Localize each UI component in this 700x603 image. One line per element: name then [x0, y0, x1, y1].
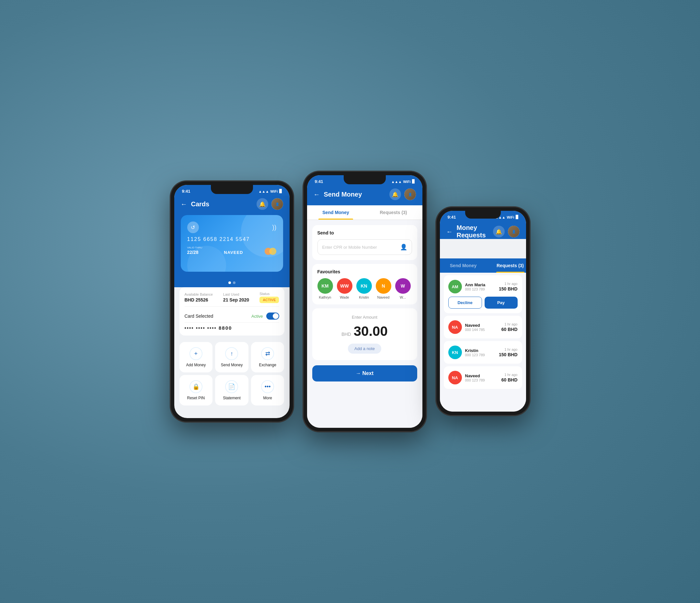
pay-button[interactable]: Pay — [484, 297, 518, 309]
request-time-ann: 1 hr ago — [499, 282, 518, 286]
back-arrow-icon[interactable]: ← — [446, 228, 453, 235]
phone-2-notch — [344, 175, 386, 184]
mastercard-logo — [265, 248, 276, 255]
request-phone-naveed2: 000 123 789 — [465, 378, 498, 382]
last-used-label: Last Used — [223, 293, 249, 296]
add-money-label: Add Money — [186, 363, 206, 367]
phone-3-notch — [465, 211, 501, 219]
card-number: 1125 6658 2214 5547 — [187, 236, 277, 242]
exchange-button[interactable]: ⇄ Exchange — [251, 342, 284, 372]
request-name-naveed1: Naveed — [465, 323, 498, 328]
phone-2: 9:41 ▲▲▲ WiFi ▉ ← Send Money 🔔 👤 — [303, 171, 426, 432]
header-icons: 🔔 👤 — [493, 226, 520, 237]
card-info-row: Available Balance BHD 25526 Last Used 21… — [185, 292, 279, 303]
add-note-button[interactable]: Add a note — [348, 344, 381, 354]
bell-icon[interactable]: 🔔 — [389, 189, 401, 200]
amount-value: 30.00 — [354, 324, 388, 339]
request-meta-naveed2: 1 hr ago 60 BHD — [501, 373, 518, 382]
avatar[interactable]: 👤 — [271, 198, 283, 210]
fav-item-kristin[interactable]: KN Kristin — [356, 278, 372, 299]
phone-1-time: 9:41 — [182, 189, 191, 194]
more-button[interactable]: ••• More — [251, 375, 284, 405]
card-selected-right: Active — [251, 312, 279, 320]
request-avatar-kn: KN — [448, 346, 462, 359]
reset-pin-button[interactable]: 🔒 Reset PIN — [179, 375, 213, 405]
request-avatar-na2: NA — [448, 371, 462, 384]
avatar-image: 👤 — [404, 189, 416, 200]
tab-send-money[interactable]: Send Money — [307, 205, 365, 220]
request-meta-ann: 1 hr ago 150 BHD — [499, 282, 518, 292]
phone-1-status-icons: ▲▲▲ WiFi ▉ — [258, 189, 282, 193]
request-info-naveed2: Naveed 000 123 789 — [465, 373, 498, 382]
avatar[interactable]: 👤 — [404, 189, 416, 200]
fav-item-wade[interactable]: WW Wade — [337, 278, 352, 299]
fav-item-kathryn[interactable]: KM Kathryn — [318, 278, 333, 299]
bell-icon[interactable]: 🔔 — [493, 226, 505, 237]
card-toggle[interactable] — [266, 312, 279, 320]
tabs-row: Send Money Requests (3) — [307, 205, 422, 220]
avatar-image: 👤 — [508, 226, 520, 237]
reset-pin-label: Reset PIN — [187, 396, 205, 400]
statement-button[interactable]: 📄 Statement — [215, 375, 248, 405]
request-amount-ann: 150 BHD — [499, 286, 518, 292]
card-expiry: VALID THRU 22/28 — [187, 246, 202, 255]
card-holder-name: NAVEED — [224, 250, 243, 255]
wifi-icon: WiFi — [403, 180, 410, 184]
request-time-naveed1: 1 hr ago — [501, 322, 518, 326]
page-title: Send Money — [324, 191, 385, 198]
send-money-icon: ↑ — [225, 347, 238, 360]
card-info-section: Available Balance BHD 25526 Last Used 21… — [179, 287, 284, 335]
battery-icon: ▉ — [412, 179, 415, 184]
card-masked-number: •••• •••• •••• 8800 — [185, 325, 232, 331]
card-details: VALID THRU 22/28 NAVEED — [187, 246, 277, 255]
add-money-button[interactable]: + Add Money — [179, 342, 213, 372]
send-money-button[interactable]: ↑ Send Money — [215, 342, 248, 372]
send-money-label: Send Money — [221, 363, 243, 367]
requests-content: AM Ann Maria 000 123 789 1 hr ago 150 BH… — [440, 273, 526, 411]
request-time-kristin: 1 hr ago — [499, 348, 518, 351]
fav-name-wade: Wade — [340, 295, 349, 299]
avatar-image: 👤 — [271, 198, 283, 210]
dot-1[interactable] — [228, 281, 231, 284]
phone-1-notch — [211, 185, 253, 194]
dot-2[interactable] — [233, 281, 235, 284]
request-info-kristin: Kristin 000 123 789 — [465, 348, 496, 357]
signal-icon: ▲▲▲ — [391, 180, 402, 184]
back-arrow-icon[interactable]: ← — [181, 200, 187, 208]
balance-block: Available Balance BHD 25526 — [185, 293, 213, 302]
fav-avatar-kn: KN — [356, 278, 372, 294]
back-arrow-icon[interactable]: ← — [314, 191, 320, 198]
bell-icon[interactable]: 🔔 — [256, 198, 268, 210]
fav-item-w[interactable]: W W... — [395, 278, 411, 299]
decline-button[interactable]: Decline — [448, 297, 482, 309]
phone-1-header: ← Cards 🔔 👤 — [174, 196, 290, 215]
phone-3-tabs-row: Send Money Requests (3) — [440, 258, 526, 273]
card-pagination-dots — [174, 278, 290, 287]
recipient-input-field[interactable]: Enter CPR or Mobile Number 👤 — [318, 239, 412, 255]
contactless-icon: )) — [272, 224, 276, 231]
request-name-naveed2: Naveed — [465, 373, 498, 378]
wifi-icon: WiFi — [270, 190, 278, 193]
header-icons: 🔔 👤 — [256, 198, 283, 210]
request-amount-kristin: 150 BHD — [499, 352, 518, 357]
request-phone-naveed1: 000 144 785 — [465, 328, 498, 332]
tab-requests-active[interactable]: Requests (3) — [487, 258, 526, 273]
fav-avatar-km: KM — [318, 278, 333, 294]
send-to-card: Send to Enter CPR or Mobile Number 👤 — [312, 225, 417, 260]
request-name-kristin: Kristin — [465, 348, 496, 353]
quick-actions-grid: + Add Money ↑ Send Money ⇄ Exchange 🔒 Re… — [174, 339, 290, 409]
tab-send-money[interactable]: Send Money — [440, 258, 487, 273]
next-button[interactable]: → Next — [312, 365, 417, 381]
phone-2-header: ← Send Money 🔔 👤 — [307, 186, 422, 205]
mc-circle-left — [265, 248, 272, 255]
add-money-icon: + — [190, 347, 202, 360]
balance-value: BHD 25526 — [185, 297, 213, 302]
mc-circle-right — [269, 248, 276, 255]
amount-display: BHD 30.00 — [319, 324, 411, 339]
phone-3-header: ← Money Requests 🔔 👤 — [440, 222, 526, 239]
request-amount-naveed2: 60 BHD — [501, 377, 518, 382]
fav-item-naveed[interactable]: N Naveed — [376, 278, 391, 299]
tab-requests[interactable]: Requests (3) — [365, 205, 422, 220]
avatar[interactable]: 👤 — [508, 226, 520, 237]
amount-section: Enter Amount BHD 30.00 Add a note — [312, 308, 417, 360]
